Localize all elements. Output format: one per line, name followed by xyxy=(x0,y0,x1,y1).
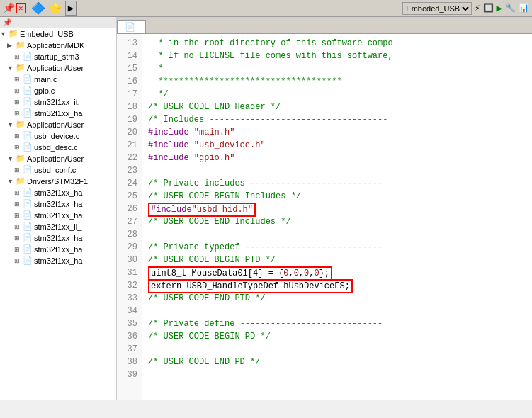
tree-label: stm32f1xx_ha xyxy=(34,256,82,265)
code-area[interactable]: * in the root directory of this software… xyxy=(142,34,532,400)
nav-icon-4[interactable]: 🔧 xyxy=(505,3,516,13)
line-number: 22 xyxy=(117,152,142,164)
toolbar-icon-2[interactable]: ⭐ xyxy=(48,1,62,16)
token: ----------------------------------- xyxy=(209,115,387,125)
sidebar-item-stm32-ha6[interactable]: ⊞📄stm32f1xx_ha xyxy=(0,255,116,266)
highlight-box: uint8_t MouseData01[4] = {0,0,0,0}; xyxy=(148,266,332,281)
sidebar-item-stm32-ha4[interactable]: ⊞📄stm32f1xx_ha xyxy=(0,232,116,244)
sidebar-item-stm32f1xx-it[interactable]: ⊞📄stm32f1xx_it. xyxy=(0,96,116,108)
folder-icon: 📁 xyxy=(16,176,26,186)
line-number: 25 xyxy=(117,190,142,203)
arrow-icon: ▼ xyxy=(7,178,16,185)
token: --------------------------- xyxy=(245,242,383,252)
toolbar-icon-1[interactable]: 🔷 xyxy=(31,1,45,16)
code-line: #include "usb_device.h" xyxy=(148,139,526,152)
code-line: /* Private includes --------------------… xyxy=(148,177,526,190)
code-line: /* Private define ----------------------… xyxy=(148,317,526,330)
code-line xyxy=(148,368,526,381)
file-icon: 📄 xyxy=(23,188,33,198)
line-numbers: 1314151617181920212223242526272829303132… xyxy=(117,34,142,400)
sidebar-item-usb-device-c[interactable]: ⊞📄usb_device.c xyxy=(0,130,116,142)
sidebar-item-stm32-ha2[interactable]: ⊞📄stm32f1xx_ha xyxy=(0,198,116,210)
token: extern USBD_HandleTypeDef hUsbDeviceFS; xyxy=(151,281,350,291)
token: ************************************ xyxy=(148,77,342,86)
token: }; xyxy=(319,269,329,278)
code-line xyxy=(148,164,526,177)
sidebar-item-usbd-conf-c[interactable]: ⊞📄usbd_conf.c xyxy=(0,164,116,176)
sidebar-item-app-user2[interactable]: ▼📁Application/User xyxy=(0,119,116,130)
sidebar-item-app-user3[interactable]: ▼📁Application/User xyxy=(0,153,116,164)
token: * xyxy=(148,64,164,74)
tree-label: Application/User xyxy=(27,154,84,163)
token: /* USER CODE END Includes */ xyxy=(148,217,291,227)
expand-icon: ⊞ xyxy=(14,132,23,140)
token: * If no LICENSE file comes xyxy=(148,51,296,61)
token: "main.h" xyxy=(194,128,235,137)
line-number: 13 xyxy=(117,37,142,50)
close-icon[interactable]: ✕ xyxy=(16,3,26,13)
file-icon: 📄 xyxy=(23,222,33,232)
sidebar-item-usbd-desc-c[interactable]: ⊞📄usbd_desc.c xyxy=(0,142,116,153)
code-line: /* USER CODE BEGIN PTD */ xyxy=(148,254,526,266)
sidebar-item-stm32-ha3[interactable]: ⊞📄stm32f1xx_ha xyxy=(0,210,116,221)
folder-icon: 📁 xyxy=(16,63,26,73)
arrow-icon: ▼ xyxy=(7,121,16,128)
tree-label: stm32f1xx_ha xyxy=(34,245,82,254)
sidebar-item-app-user1[interactable]: ▼📁Application/User xyxy=(0,62,116,74)
code-line: /* USER CODE END Includes */ xyxy=(148,215,526,228)
code-line xyxy=(148,305,526,317)
title-dropdown[interactable]: Embeded_USB xyxy=(402,2,472,15)
line-number: 28 xyxy=(117,228,142,241)
sidebar-item-drivers-stm32[interactable]: ▼📁Drivers/STM32F1 xyxy=(0,176,116,187)
token: 0 xyxy=(294,269,299,278)
sidebar-item-app-mdk[interactable]: ▶📁Application/MDK xyxy=(0,40,116,51)
file-icon: 📄 xyxy=(23,131,33,141)
toolbar-icon-3[interactable]: ▶ xyxy=(65,1,77,16)
token: = { xyxy=(263,269,283,278)
nav-icon-3[interactable]: ▶ xyxy=(497,2,502,14)
token: "usbd_hid.h" xyxy=(192,205,253,215)
expand-icon: ⊞ xyxy=(14,223,23,230)
sidebar-item-stm32-ll[interactable]: ⊞📄stm32f1xx_ll_ xyxy=(0,221,116,232)
pin-icon[interactable]: 📌 xyxy=(3,2,15,14)
expand-icon: ⊞ xyxy=(14,257,23,264)
nav-icon-2[interactable]: 🔲 xyxy=(483,3,494,13)
highlight-box: extern USBD_HandleTypeDef hUsbDeviceFS; xyxy=(148,279,353,293)
line-number: 17 xyxy=(117,88,142,101)
folder-icon: 📁 xyxy=(16,120,26,130)
highlight-box: #include"usbd_hid.h" xyxy=(148,203,256,217)
pin-icon-sidebar: 📌 xyxy=(3,18,11,26)
token: #include xyxy=(148,140,194,150)
token: uint8_t MouseData01 xyxy=(151,269,248,278)
sidebar-item-stm32-ha1[interactable]: ⊞📄stm32f1xx_ha xyxy=(0,187,116,198)
line-number: 23 xyxy=(117,164,142,177)
token: /* USER CODE END PD */ xyxy=(148,357,260,367)
code-line: * xyxy=(148,62,526,75)
expand-icon: ⊞ xyxy=(14,76,23,83)
sidebar-item-root[interactable]: ▼📁Embeded_USB xyxy=(0,28,116,40)
sidebar-item-stm32f1xx-ha[interactable]: ⊞📄stm32f1xx_ha xyxy=(0,108,116,119)
expand-icon: ⊞ xyxy=(14,212,23,219)
nav-icon-1[interactable]: ⚡ xyxy=(475,3,480,13)
token: , xyxy=(299,269,304,278)
token: of this software compo xyxy=(276,38,393,48)
line-number: 34 xyxy=(117,305,142,317)
sidebar-item-main-c[interactable]: ⊞📄main.c xyxy=(0,74,116,85)
sidebar-item-gpio-c[interactable]: ⊞📄gpio.c xyxy=(0,85,116,96)
code-line: #include "gpio.h" xyxy=(148,152,526,164)
nav-icon-5[interactable]: 📊 xyxy=(519,3,529,13)
expand-icon: ⊞ xyxy=(14,144,23,151)
tab-bar: 📄 xyxy=(117,17,532,34)
code-line: #include"usbd_hid.h" xyxy=(148,203,526,215)
file-icon: 📄 xyxy=(23,165,33,175)
file-icon: 📄 xyxy=(23,97,33,107)
tree-label: usbd_conf.c xyxy=(34,166,76,174)
line-number: 31 xyxy=(117,266,142,279)
sidebar-item-stm32-ha5[interactable]: ⊞📄stm32f1xx_ha xyxy=(0,244,116,255)
tree-label: Application/MDK xyxy=(27,41,84,50)
expand-icon: ⊞ xyxy=(14,200,23,208)
tree-label: stm32f1xx_ll_ xyxy=(34,222,81,231)
tab-main-c[interactable]: 📄 xyxy=(117,20,146,33)
editor-body[interactable]: 1314151617181920212223242526272829303132… xyxy=(117,34,532,400)
sidebar-item-startup[interactable]: ⊞📄startup_stm3 xyxy=(0,51,116,62)
